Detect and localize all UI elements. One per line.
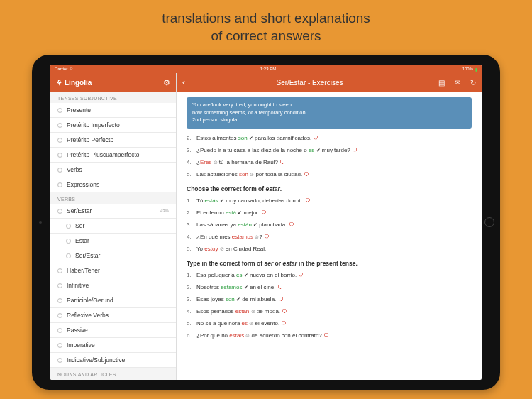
sidebar-item[interactable]: Verbs: [50, 163, 176, 177]
sentence: Esos peinados están ⊘ de moda. 🗨: [196, 307, 287, 316]
mail-icon[interactable]: ✉: [455, 79, 460, 87]
sidebar-item-label: Pretérito Imperfecto: [67, 121, 120, 129]
sidebar-item-label: Estar: [75, 237, 89, 244]
answer-word: estás: [205, 197, 218, 204]
check-icon: ✔: [244, 285, 248, 290]
sidebar-item-label: Haber/Tener: [67, 267, 100, 274]
sidebar-item[interactable]: Presente: [50, 103, 176, 118]
line-number: 5.: [187, 170, 194, 179]
promo-text: translations and short explanationsof co…: [162, 10, 370, 45]
sidebar-item[interactable]: Pretérito Perfecto: [50, 133, 176, 148]
sentence: Esas joyas son ✔ de mi abuela. 🗨: [196, 295, 283, 304]
progress-ring-icon: [57, 268, 62, 273]
sidebar-item[interactable]: Indicative/Subjunctive: [50, 353, 176, 368]
sidebar-item[interactable]: Passive: [50, 323, 176, 338]
comment-icon[interactable]: 🗨: [281, 321, 286, 326]
sentence: ¿Eres ⊘ tú la hermana de Raúl? 🗨: [196, 158, 284, 167]
section-header-tenses: TENSES SUBJUNCTIVE: [50, 92, 176, 103]
answer-word: Eres: [200, 159, 211, 165]
sidebar-item[interactable]: Ser/Estar43%: [50, 204, 176, 219]
comment-icon[interactable]: 🗨: [261, 210, 266, 215]
back-icon[interactable]: ‹: [182, 77, 185, 87]
comment-icon[interactable]: 🗨: [289, 222, 294, 227]
sidebar-item-label: Imperative: [67, 341, 95, 349]
sentence: Las actuaciones son ⊘ por toda la ciudad…: [196, 170, 309, 179]
content-area: You are/look very tired, you ought to sl…: [177, 92, 482, 380]
comment-icon[interactable]: 🗨: [282, 309, 287, 314]
sidebar-item[interactable]: Imperative: [50, 338, 176, 353]
answer-word: están: [235, 308, 250, 315]
sentence: Tú estás ✔ muy cansado; deberías dormir.…: [196, 197, 310, 205]
battery-pct: 100%: [462, 67, 473, 71]
sidebar-item[interactable]: Infinitive: [50, 278, 176, 293]
sentence: Las sábanas ya están ✔ planchada. 🗨: [196, 221, 294, 229]
sidebar-item-label: Infinitive: [67, 282, 89, 289]
sidebar-item[interactable]: Ser/Estar: [50, 248, 176, 263]
explanation-tooltip: You are/look very tired, you ought to sl…: [187, 97, 472, 129]
sidebar-item-label: Ser/Estar: [75, 252, 100, 259]
comment-icon[interactable]: 🗨: [323, 333, 328, 338]
exercise-line: 1.Esa peluquería es ✔ nueva en el barrio…: [187, 270, 472, 282]
instruction-2: Choose the correct form of estar.: [187, 185, 472, 192]
answer-word: estamos: [221, 284, 242, 290]
check-icon: ✔: [220, 198, 224, 203]
line-number: 6.: [187, 332, 194, 340]
sidebar-item[interactable]: Participle/Gerund: [50, 293, 176, 308]
sidebar-item[interactable]: Pretérito Imperfecto: [50, 118, 176, 133]
comment-icon[interactable]: 🗨: [304, 172, 309, 177]
comment-icon[interactable]: 🗨: [352, 148, 357, 153]
progress-ring-icon: [57, 153, 62, 158]
sidebar-item[interactable]: Pretérito Pluscuamperfecto: [50, 148, 176, 163]
comment-icon[interactable]: 🗨: [313, 136, 318, 141]
exercise-line: 1.Tú estás ✔ muy cansado; deberías dormi…: [187, 195, 472, 207]
comment-icon[interactable]: 🗩: [305, 198, 310, 203]
sentence: Esa peluquería es ✔ nueva en el barrio. …: [196, 271, 303, 280]
progress-ring-icon: [57, 343, 62, 348]
sidebar-item[interactable]: Haber/Tener: [50, 263, 176, 278]
answer-word: son: [226, 296, 235, 302]
answer-word: es: [236, 272, 242, 278]
sidebar-item-label: Participle/Gerund: [67, 297, 113, 304]
check-icon: ✔: [238, 210, 242, 215]
exercise-line: 4.¿Eres ⊘ tú la hermana de Raúl? 🗨: [187, 157, 472, 169]
sidebar-item-label: Passive: [67, 327, 88, 334]
progress-ring-icon: [57, 298, 62, 303]
exercise-line: 5.Las actuaciones son ⊘ por toda la ciud…: [187, 169, 472, 181]
exercise-line: 6.¿Por qué no estáis ⊘ de acuerdo con el…: [187, 330, 472, 342]
sidebar-item-label: Ser/Estar: [67, 207, 92, 214]
line-number: 3.: [187, 295, 194, 304]
sidebar: ⚘ Lingolia ⚙ TENSES SUBJUNCTIVE Presente…: [50, 73, 177, 380]
tablet-frame: Carrier ᯤ 1:23 PM 100% ▮ ⚘ Lingolia ⚙ TE…: [32, 55, 500, 390]
wrong-icon: ⊘: [245, 333, 250, 338]
wifi-icon: ᯤ: [70, 67, 74, 71]
sentence: ¿Puedo ir a tu casa a las diez de la noc…: [196, 146, 357, 155]
status-bar: Carrier ᯤ 1:23 PM 100% ▮: [50, 65, 482, 73]
instruction-3: Type in the correct form of ser or estar…: [187, 260, 472, 267]
carrier-label: Carrier: [55, 67, 67, 71]
comment-icon[interactable]: 🗨: [278, 297, 283, 302]
wrong-icon: ⊘: [250, 172, 254, 177]
home-button[interactable]: [484, 217, 494, 227]
comment-icon[interactable]: 🗨: [264, 234, 269, 239]
sidebar-item[interactable]: Reflexive Verbs: [50, 308, 176, 323]
camera-dot: [39, 221, 42, 224]
sidebar-item[interactable]: Ser: [50, 219, 176, 234]
bookmark-icon[interactable]: ▤: [438, 79, 445, 87]
sidebar-item[interactable]: Expressions: [50, 177, 176, 192]
answer-word: son: [238, 135, 248, 141]
exercise-line: 4.¿En qué mes estamos ⊘? 🗨: [187, 231, 472, 244]
page-title: Ser/Estar - Exercises: [191, 79, 428, 87]
sidebar-item-label: Expressions: [67, 181, 99, 188]
refresh-icon[interactable]: ↻: [470, 79, 476, 87]
gear-icon[interactable]: ⚙: [163, 78, 170, 87]
progress-pct: 43%: [160, 209, 169, 213]
comment-icon[interactable]: 🗨: [277, 285, 282, 290]
comment-icon[interactable]: 🗨: [298, 273, 303, 278]
sidebar-item[interactable]: Estar: [50, 234, 176, 248]
progress-ring-icon: [57, 209, 62, 214]
sentence: ¿En qué mes estamos ⊘? 🗨: [196, 233, 269, 241]
comment-icon[interactable]: 🗨: [279, 160, 284, 165]
line-number: 5.: [187, 245, 194, 253]
progress-ring-icon: [66, 239, 71, 244]
sidebar-item-label: Ser: [75, 222, 84, 229]
